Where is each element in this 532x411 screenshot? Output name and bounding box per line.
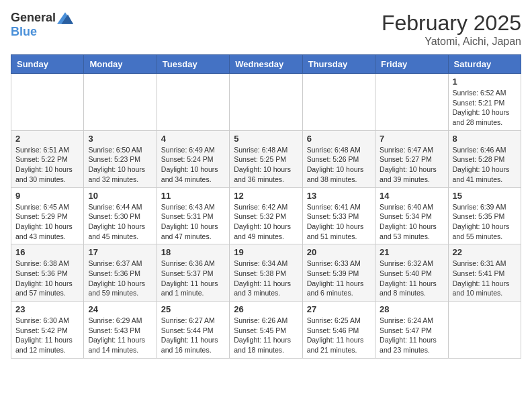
- weekday-header-thursday: Thursday: [302, 55, 375, 74]
- day-info: Sunrise: 6:41 AM Sunset: 5:33 PM Dayligh…: [307, 202, 371, 242]
- day-info: Sunrise: 6:30 AM Sunset: 5:42 PM Dayligh…: [15, 316, 79, 355]
- day-number: 7: [380, 134, 443, 144]
- calendar-cell: 25Sunrise: 6:27 AM Sunset: 5:44 PM Dayli…: [157, 302, 229, 359]
- day-info: Sunrise: 6:36 AM Sunset: 5:37 PM Dayligh…: [161, 259, 225, 298]
- calendar-cell: 4Sunrise: 6:49 AM Sunset: 5:24 PM Daylig…: [157, 130, 229, 187]
- day-info: Sunrise: 6:26 AM Sunset: 5:45 PM Dayligh…: [234, 316, 298, 355]
- calendar-cell: 1Sunrise: 6:52 AM Sunset: 5:21 PM Daylig…: [448, 74, 521, 131]
- day-number: 3: [88, 134, 152, 144]
- day-number: 22: [453, 247, 517, 257]
- day-number: 23: [15, 304, 79, 314]
- calendar-cell: 15Sunrise: 6:39 AM Sunset: 5:35 PM Dayli…: [448, 187, 521, 244]
- calendar-cell: 17Sunrise: 6:37 AM Sunset: 5:36 PM Dayli…: [84, 244, 157, 302]
- logo-icon: [57, 11, 73, 25]
- day-number: 5: [234, 134, 298, 144]
- calendar-cell: 3Sunrise: 6:50 AM Sunset: 5:23 PM Daylig…: [84, 130, 157, 187]
- day-info: Sunrise: 6:49 AM Sunset: 5:24 PM Dayligh…: [161, 145, 225, 185]
- day-number: 9: [15, 191, 79, 201]
- day-number: 2: [15, 134, 79, 144]
- day-info: Sunrise: 6:39 AM Sunset: 5:35 PM Dayligh…: [453, 202, 517, 242]
- calendar-cell: [375, 74, 448, 131]
- day-info: Sunrise: 6:44 AM Sunset: 5:30 PM Dayligh…: [88, 202, 152, 242]
- logo: General Blue: [11, 11, 73, 39]
- day-number: 19: [234, 247, 298, 257]
- day-info: Sunrise: 6:51 AM Sunset: 5:22 PM Dayligh…: [15, 145, 79, 185]
- day-number: 16: [15, 247, 79, 257]
- calendar-cell: 10Sunrise: 6:44 AM Sunset: 5:30 PM Dayli…: [84, 187, 157, 244]
- calendar-cell: 12Sunrise: 6:42 AM Sunset: 5:32 PM Dayli…: [230, 187, 302, 244]
- day-number: 28: [380, 304, 443, 314]
- day-info: Sunrise: 6:34 AM Sunset: 5:38 PM Dayligh…: [234, 259, 298, 298]
- day-number: 4: [161, 134, 225, 144]
- day-info: Sunrise: 6:25 AM Sunset: 5:46 PM Dayligh…: [307, 316, 371, 355]
- day-number: 21: [380, 247, 443, 257]
- day-info: Sunrise: 6:31 AM Sunset: 5:41 PM Dayligh…: [453, 259, 517, 298]
- title-block: February 2025 Yatomi, Aichi, Japan: [382, 11, 521, 48]
- weekday-header-wednesday: Wednesday: [230, 55, 302, 74]
- calendar-cell: 24Sunrise: 6:29 AM Sunset: 5:43 PM Dayli…: [84, 302, 157, 359]
- calendar-cell: 28Sunrise: 6:24 AM Sunset: 5:47 PM Dayli…: [375, 302, 448, 359]
- weekday-header-friday: Friday: [375, 55, 448, 74]
- weekday-header-tuesday: Tuesday: [157, 55, 229, 74]
- calendar-week-2: 2Sunrise: 6:51 AM Sunset: 5:22 PM Daylig…: [11, 130, 521, 187]
- day-number: 25: [161, 304, 225, 314]
- day-number: 18: [161, 247, 225, 257]
- day-number: 8: [453, 134, 517, 144]
- page-header: General Blue February 2025 Yatomi, Aichi…: [11, 11, 521, 48]
- calendar-cell: 9Sunrise: 6:45 AM Sunset: 5:29 PM Daylig…: [11, 187, 84, 244]
- calendar-week-5: 23Sunrise: 6:30 AM Sunset: 5:42 PM Dayli…: [11, 302, 521, 359]
- calendar-cell: [157, 74, 229, 131]
- weekday-header-sunday: Sunday: [11, 55, 84, 74]
- calendar-cell: 5Sunrise: 6:48 AM Sunset: 5:25 PM Daylig…: [230, 130, 302, 187]
- day-info: Sunrise: 6:48 AM Sunset: 5:25 PM Dayligh…: [234, 145, 298, 185]
- weekday-header-monday: Monday: [84, 55, 157, 74]
- calendar-cell: 11Sunrise: 6:43 AM Sunset: 5:31 PM Dayli…: [157, 187, 229, 244]
- day-info: Sunrise: 6:46 AM Sunset: 5:28 PM Dayligh…: [453, 145, 517, 185]
- day-number: 14: [380, 191, 443, 201]
- calendar-cell: 27Sunrise: 6:25 AM Sunset: 5:46 PM Dayli…: [302, 302, 375, 359]
- day-info: Sunrise: 6:38 AM Sunset: 5:36 PM Dayligh…: [15, 259, 79, 298]
- day-info: Sunrise: 6:42 AM Sunset: 5:32 PM Dayligh…: [234, 202, 298, 242]
- calendar-cell: [11, 74, 84, 131]
- weekday-header-saturday: Saturday: [448, 55, 521, 74]
- day-info: Sunrise: 6:52 AM Sunset: 5:21 PM Dayligh…: [453, 88, 517, 128]
- calendar-cell: 7Sunrise: 6:47 AM Sunset: 5:27 PM Daylig…: [375, 130, 448, 187]
- day-info: Sunrise: 6:47 AM Sunset: 5:27 PM Dayligh…: [380, 145, 443, 185]
- day-info: Sunrise: 6:29 AM Sunset: 5:43 PM Dayligh…: [88, 316, 152, 355]
- day-number: 15: [453, 191, 517, 201]
- day-number: 10: [88, 191, 152, 201]
- day-info: Sunrise: 6:48 AM Sunset: 5:26 PM Dayligh…: [307, 145, 371, 185]
- day-info: Sunrise: 6:37 AM Sunset: 5:36 PM Dayligh…: [88, 259, 152, 298]
- calendar-cell: 13Sunrise: 6:41 AM Sunset: 5:33 PM Dayli…: [302, 187, 375, 244]
- day-info: Sunrise: 6:27 AM Sunset: 5:44 PM Dayligh…: [161, 316, 225, 355]
- calendar-cell: 23Sunrise: 6:30 AM Sunset: 5:42 PM Dayli…: [11, 302, 84, 359]
- calendar-cell: 26Sunrise: 6:26 AM Sunset: 5:45 PM Dayli…: [230, 302, 302, 359]
- day-number: 12: [234, 191, 298, 201]
- day-info: Sunrise: 6:24 AM Sunset: 5:47 PM Dayligh…: [380, 316, 443, 355]
- calendar-cell: 21Sunrise: 6:32 AM Sunset: 5:40 PM Dayli…: [375, 244, 448, 302]
- calendar-cell: [230, 74, 302, 131]
- calendar-table: SundayMondayTuesdayWednesdayThursdayFrid…: [11, 54, 521, 359]
- calendar-cell: 18Sunrise: 6:36 AM Sunset: 5:37 PM Dayli…: [157, 244, 229, 302]
- logo-blue-text: Blue: [11, 25, 37, 39]
- logo-general-text: General: [11, 11, 56, 25]
- calendar-cell: 16Sunrise: 6:38 AM Sunset: 5:36 PM Dayli…: [11, 244, 84, 302]
- calendar-cell: 8Sunrise: 6:46 AM Sunset: 5:28 PM Daylig…: [448, 130, 521, 187]
- day-number: 17: [88, 247, 152, 257]
- calendar-cell: [302, 74, 375, 131]
- calendar-cell: 6Sunrise: 6:48 AM Sunset: 5:26 PM Daylig…: [302, 130, 375, 187]
- day-info: Sunrise: 6:45 AM Sunset: 5:29 PM Dayligh…: [15, 202, 79, 242]
- calendar-cell: [448, 302, 521, 359]
- day-number: 11: [161, 191, 225, 201]
- day-number: 13: [307, 191, 371, 201]
- month-title: February 2025: [382, 11, 521, 36]
- calendar-week-3: 9Sunrise: 6:45 AM Sunset: 5:29 PM Daylig…: [11, 187, 521, 244]
- day-number: 6: [307, 134, 371, 144]
- day-number: 26: [234, 304, 298, 314]
- day-info: Sunrise: 6:33 AM Sunset: 5:39 PM Dayligh…: [307, 259, 371, 298]
- calendar-cell: 22Sunrise: 6:31 AM Sunset: 5:41 PM Dayli…: [448, 244, 521, 302]
- day-info: Sunrise: 6:40 AM Sunset: 5:34 PM Dayligh…: [380, 202, 443, 242]
- weekday-header-row: SundayMondayTuesdayWednesdayThursdayFrid…: [11, 55, 521, 74]
- day-number: 1: [453, 77, 517, 87]
- calendar-cell: 19Sunrise: 6:34 AM Sunset: 5:38 PM Dayli…: [230, 244, 302, 302]
